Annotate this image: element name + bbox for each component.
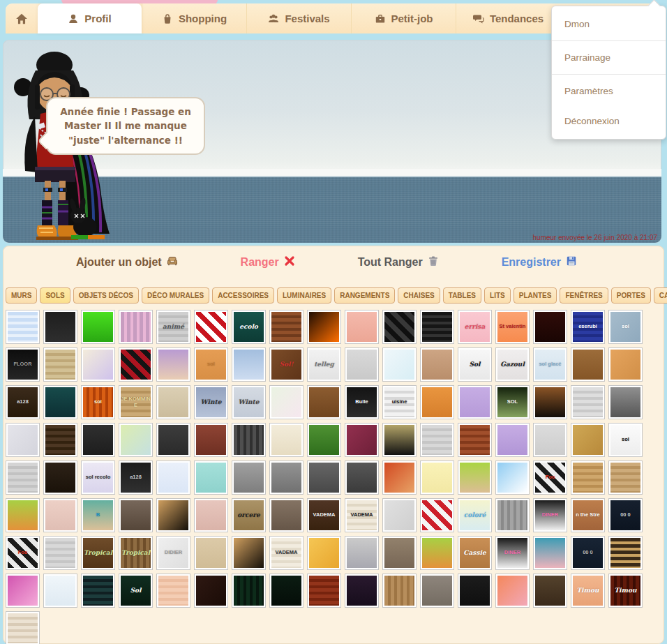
inventory-item[interactable] xyxy=(232,460,266,495)
inventory-item[interactable] xyxy=(156,498,190,532)
inventory-item[interactable]: Winte xyxy=(232,385,266,419)
inventory-item[interactable] xyxy=(382,310,417,344)
inventory-item[interactable] xyxy=(6,611,40,644)
inventory-item[interactable] xyxy=(495,423,530,457)
inventory-item[interactable]: VADEMA xyxy=(345,498,379,532)
ajouter-un-objet-button[interactable]: Ajouter un objet xyxy=(76,255,178,269)
inventory-item[interactable] xyxy=(608,536,643,570)
inventory-item[interactable] xyxy=(6,423,40,457)
inventory-item[interactable] xyxy=(232,574,266,608)
inventory-item[interactable]: a128 xyxy=(119,460,153,495)
category-tab-fenêtres[interactable]: FENÊTRES xyxy=(560,287,608,304)
inventory-item[interactable] xyxy=(495,498,530,532)
inventory-item[interactable] xyxy=(269,423,303,457)
inventory-item[interactable] xyxy=(43,536,77,570)
tab-shopping[interactable]: Shopping xyxy=(142,3,246,33)
inventory-item[interactable]: JE KOMMINE xyxy=(119,385,153,419)
inventory-item[interactable] xyxy=(608,347,643,382)
inventory-item[interactable]: Winte xyxy=(194,385,228,419)
category-tab-murs[interactable]: MURS xyxy=(6,287,37,304)
inventory-item[interactable] xyxy=(420,347,454,382)
inventory-item[interactable]: sol xyxy=(194,347,228,382)
tab-tendances[interactable]: Tendances xyxy=(456,3,560,33)
inventory-item[interactable]: uisine xyxy=(382,385,417,419)
inventory-item[interactable]: orcere xyxy=(232,498,266,532)
category-tab-accessoires[interactable]: ACCESSOIRES xyxy=(212,287,274,304)
inventory-item[interactable] xyxy=(6,574,40,608)
inventory-item[interactable] xyxy=(269,385,303,419)
inventory-item[interactable] xyxy=(119,347,153,382)
inventory-item[interactable] xyxy=(533,310,567,344)
inventory-item[interactable]: Bulle xyxy=(345,385,379,419)
inventory-item[interactable]: eserubi xyxy=(571,310,605,344)
inventory-item[interactable]: Timou xyxy=(571,574,605,608)
inventory-item[interactable] xyxy=(269,498,303,532)
category-tab-portes[interactable]: PORTES xyxy=(611,287,651,304)
inventory-item[interactable] xyxy=(345,574,379,608)
inventory-item[interactable] xyxy=(382,347,417,382)
inventory-item[interactable] xyxy=(571,460,605,495)
inventory-item[interactable] xyxy=(382,460,417,495)
inventory-item[interactable] xyxy=(232,423,266,457)
category-tab-chaises[interactable]: CHAISES xyxy=(398,287,440,304)
tout-ranger-button[interactable]: Tout Ranger xyxy=(358,255,439,269)
inventory-item[interactable]: sol glacé xyxy=(533,347,567,382)
inventory-item[interactable] xyxy=(194,498,228,532)
inventory-item[interactable] xyxy=(533,574,567,608)
inventory-item[interactable] xyxy=(43,347,77,382)
inventory-item[interactable] xyxy=(307,423,341,457)
inventory-item[interactable] xyxy=(571,423,605,457)
inventory-item[interactable] xyxy=(420,574,454,608)
inventory-item[interactable] xyxy=(6,460,40,495)
inventory-item[interactable]: SOL xyxy=(495,385,530,419)
inventory-item[interactable]: Foo xyxy=(533,460,567,495)
menu-item-parrainage[interactable]: Parrainage xyxy=(552,43,666,73)
inventory-item[interactable] xyxy=(156,347,190,382)
inventory-item[interactable] xyxy=(269,460,303,495)
inventory-item[interactable]: Cassie xyxy=(458,536,492,570)
inventory-item[interactable] xyxy=(533,423,567,457)
inventory-item[interactable] xyxy=(382,423,417,457)
inventory-item[interactable] xyxy=(156,460,190,495)
inventory-item[interactable] xyxy=(232,347,266,382)
inventory-item[interactable]: sol xyxy=(81,385,115,419)
category-tab-sols[interactable]: SOLS xyxy=(40,287,70,304)
inventory-item[interactable]: sol xyxy=(608,310,643,344)
inventory-item[interactable] xyxy=(307,574,341,608)
inventory-item[interactable]: sol recolo xyxy=(81,460,115,495)
inventory-item[interactable]: 00 0 xyxy=(608,498,643,532)
inventory-item[interactable] xyxy=(194,423,228,457)
inventory-item[interactable] xyxy=(495,574,530,608)
inventory-item[interactable] xyxy=(156,423,190,457)
inventory-item[interactable] xyxy=(43,574,77,608)
inventory-item[interactable]: St valentin xyxy=(495,310,530,344)
inventory-item[interactable] xyxy=(382,574,417,608)
inventory-item[interactable]: Tropical xyxy=(81,536,115,570)
inventory-item[interactable] xyxy=(533,536,567,570)
inventory-item[interactable]: ecolo xyxy=(232,310,266,344)
inventory-item[interactable]: 00 0 xyxy=(571,536,605,570)
menu-item-param-tres[interactable]: Paramètres xyxy=(552,76,666,106)
inventory-item[interactable] xyxy=(307,310,341,344)
inventory-item[interactable]: DIDIER xyxy=(156,536,190,570)
inventory-item[interactable]: VADEMA xyxy=(307,498,341,532)
inventory-item[interactable] xyxy=(194,574,228,608)
tab-petit-job[interactable]: Petit-job xyxy=(351,3,456,33)
inventory-item[interactable] xyxy=(495,460,530,495)
inventory-item[interactable]: sol xyxy=(608,423,643,457)
inventory-item[interactable] xyxy=(420,498,454,532)
inventory-item[interactable]: errisa xyxy=(458,310,492,344)
category-tab-luminaires[interactable]: LUMINAIRES xyxy=(277,287,331,304)
inventory-item[interactable] xyxy=(420,423,454,457)
inventory-item[interactable] xyxy=(232,536,266,570)
inventory-item[interactable]: DINER xyxy=(533,498,567,532)
inventory-item[interactable] xyxy=(608,460,643,495)
inventory-item[interactable]: telleg xyxy=(307,347,341,382)
inventory-item[interactable] xyxy=(156,574,190,608)
ranger-button[interactable]: Ranger xyxy=(241,255,295,269)
category-tab-déco-murales[interactable]: DÉCO MURALES xyxy=(142,287,209,304)
inventory-item[interactable] xyxy=(43,385,77,419)
inventory-item[interactable]: a128 xyxy=(6,385,40,419)
inventory-item[interactable] xyxy=(6,498,40,532)
inventory-item[interactable] xyxy=(269,310,303,344)
